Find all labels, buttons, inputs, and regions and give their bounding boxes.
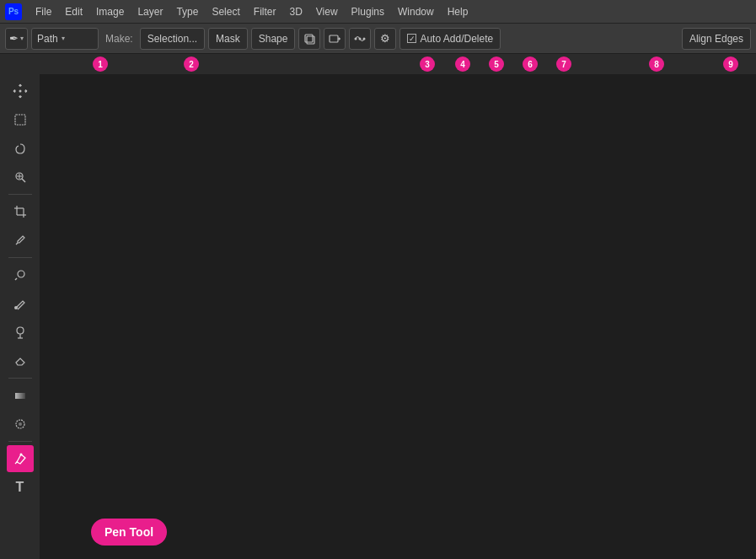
toolbar-separator-4 <box>8 441 32 442</box>
svg-point-6 <box>359 37 362 40</box>
svg-point-21 <box>14 306 18 309</box>
svg-point-19 <box>18 271 24 277</box>
toolbar-separator-2 <box>8 257 32 258</box>
ps-logo-icon: Ps <box>5 3 22 20</box>
tool-selector-group[interactable]: ✒ ▾ <box>5 28 28 50</box>
combine-paths-button[interactable] <box>324 28 346 50</box>
svg-point-5 <box>355 37 357 40</box>
path-mode-label: Path <box>37 33 58 45</box>
tool-brush[interactable] <box>7 290 34 317</box>
tool-gradient[interactable] <box>7 382 34 409</box>
svg-rect-0 <box>305 35 313 42</box>
pen-icon-glyph: ✒ <box>9 32 19 45</box>
badge-6: 6 <box>523 56 538 72</box>
svg-line-18 <box>16 243 18 245</box>
svg-rect-9 <box>15 115 25 125</box>
options-bar: ✒ ▾ Path ▾ Make: Selection... Mask Shape <box>0 24 756 54</box>
auto-add-delete-button[interactable]: ✓ Auto Add/Delete <box>399 28 501 50</box>
tool-spot-heal[interactable] <box>7 261 34 288</box>
svg-rect-2 <box>330 35 338 42</box>
svg-point-7 <box>363 37 366 40</box>
menu-bar: Ps File Edit Image Layer Type Select Fil… <box>0 0 756 24</box>
badge-9: 9 <box>723 56 738 72</box>
menu-filter[interactable]: Filter <box>247 3 283 20</box>
tool-lasso[interactable] <box>7 135 34 162</box>
menu-view[interactable]: View <box>309 3 345 20</box>
tool-blur[interactable] <box>7 411 34 438</box>
tool-type[interactable]: T <box>7 474 34 501</box>
toolbar-separator-1 <box>8 194 32 195</box>
badge-8: 8 <box>649 56 664 72</box>
svg-rect-24 <box>15 393 25 399</box>
badge-2: 2 <box>184 56 199 72</box>
tool-pen[interactable] <box>7 445 34 472</box>
tool-crop[interactable] <box>7 198 34 225</box>
tool-dropdown-arrow[interactable]: ▾ <box>20 35 24 42</box>
main-area: T Pen Tool <box>0 74 756 559</box>
menu-select[interactable]: Select <box>205 3 246 20</box>
tool-move[interactable] <box>7 78 34 105</box>
menu-plugins[interactable]: Plugins <box>345 3 391 20</box>
type-icon: T <box>16 480 24 495</box>
number-badges-row: 1 2 3 4 5 6 7 8 9 <box>0 54 756 74</box>
menu-window[interactable]: Window <box>391 3 441 20</box>
path-mode-dropdown[interactable]: Path ▾ <box>31 28 99 50</box>
svg-line-20 <box>15 278 17 280</box>
pen-tool-icon[interactable]: ✒ <box>9 32 19 45</box>
menu-image[interactable]: Image <box>89 3 131 20</box>
svg-line-11 <box>22 179 25 182</box>
path-operations-button[interactable] <box>349 28 371 50</box>
badge-1: 1 <box>93 56 108 72</box>
new-path-layer-button[interactable] <box>298 28 320 50</box>
svg-point-27 <box>19 454 22 456</box>
align-edges-button[interactable]: Align Edges <box>682 28 751 50</box>
svg-point-26 <box>19 422 22 426</box>
pen-tool-tooltip: Pen Tool <box>91 519 167 546</box>
toolbar-separator-3 <box>8 378 32 379</box>
tool-marquee[interactable] <box>7 106 34 133</box>
make-mask-button[interactable]: Mask <box>208 28 248 50</box>
badge-4: 4 <box>455 56 470 72</box>
menu-file[interactable]: File <box>29 3 58 20</box>
path-dropdown-arrow: ▾ <box>62 35 65 42</box>
canvas-area[interactable]: Pen Tool <box>40 74 756 559</box>
make-shape-button[interactable]: Shape <box>251 28 296 50</box>
tool-quick-select[interactable] <box>7 164 34 191</box>
tool-clone-stamp[interactable] <box>7 319 34 346</box>
menu-help[interactable]: Help <box>441 3 475 20</box>
make-selection-button[interactable]: Selection... <box>140 28 205 50</box>
menu-edit[interactable]: Edit <box>58 3 89 20</box>
gear-settings-button[interactable]: ⚙ <box>374 28 396 50</box>
menu-type[interactable]: Type <box>169 3 205 20</box>
left-toolbar: T <box>0 74 40 559</box>
badge-3: 3 <box>420 56 435 72</box>
badge-7: 7 <box>556 56 571 72</box>
svg-point-8 <box>19 90 21 93</box>
make-label: Make: <box>102 33 137 45</box>
svg-rect-1 <box>307 36 314 44</box>
menu-3d[interactable]: 3D <box>282 3 308 20</box>
auto-add-checkbox[interactable]: ✓ <box>407 34 416 43</box>
app-logo: Ps <box>3 2 24 22</box>
badge-5: 5 <box>489 56 504 72</box>
tool-eyedropper[interactable] <box>7 227 34 254</box>
tool-eraser[interactable] <box>7 347 34 374</box>
gear-icon: ⚙ <box>380 32 390 45</box>
menu-layer[interactable]: Layer <box>131 3 169 20</box>
